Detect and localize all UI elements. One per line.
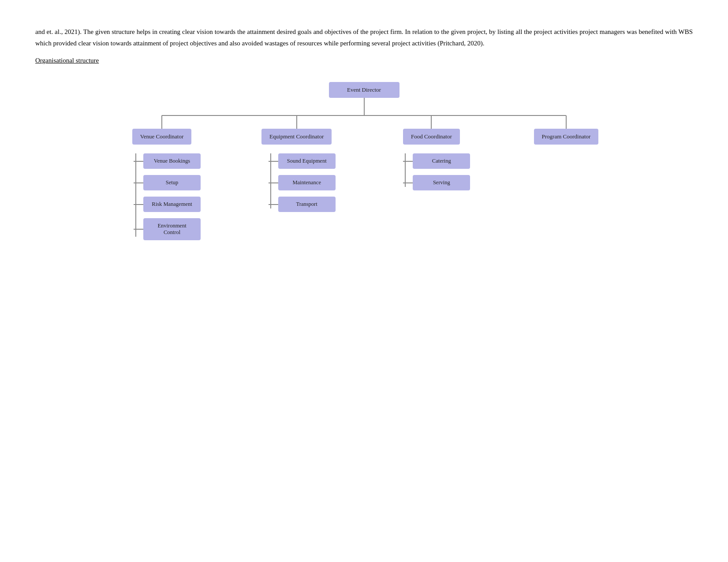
maintenance-node: Maintenance [278,175,336,190]
venue-coordinator-node: Venue Coordinator [132,129,192,145]
program-coordinator-node: Program Coordinator [534,129,599,145]
transport-node: Transport [278,197,336,212]
list-item: Serving [403,175,467,190]
branch-line-venue [161,115,162,129]
org-chart: Event Director Venue Coordinator Venue B… [35,78,693,264]
environment-control-node: Environment Control [143,218,201,240]
branch-food: Food Coordinator Catering Serving [364,115,499,197]
list-item: Transport [269,197,332,212]
branch-line-food [431,115,432,129]
list-item: Maintenance [269,175,332,190]
branch-line-equipment [296,115,297,129]
root-connector [364,98,365,115]
list-item: Setup [134,175,197,190]
risk-management-node: Risk Management [143,197,201,212]
list-item: Catering [403,153,467,169]
catering-node: Catering [413,153,470,169]
list-item: Sound Equipment [269,153,332,169]
venue-children: Venue Bookings Setup Risk Management Env… [127,153,197,246]
root-level: Event Director [329,82,399,98]
food-children: Catering Serving [396,153,467,197]
serving-node: Serving [413,175,470,190]
setup-node: Setup [143,175,201,190]
equipment-coordinator-node: Equipment Coordinator [261,129,332,145]
list-item: Venue Bookings [134,153,197,169]
branch-equipment: Equipment Coordinator Sound Equipment Ma… [229,115,364,218]
sound-equipment-node: Sound Equipment [278,153,336,169]
equipment-children: Sound Equipment Maintenance Transport [261,153,332,218]
event-director-node: Event Director [329,82,399,98]
branch-program: Program Coordinator [499,115,634,145]
paragraph-text: and et. al., 2021). The given structure … [35,26,693,49]
list-item: Risk Management [134,197,197,212]
branch-line-program [566,115,567,129]
org-heading: Organisational structure [35,57,693,64]
venue-bookings-node: Venue Bookings [143,153,201,169]
branch-venue: Venue Coordinator Venue Bookings Setup R… [94,115,229,246]
food-coordinator-node: Food Coordinator [403,129,460,145]
list-item: Environment Control [134,218,197,240]
